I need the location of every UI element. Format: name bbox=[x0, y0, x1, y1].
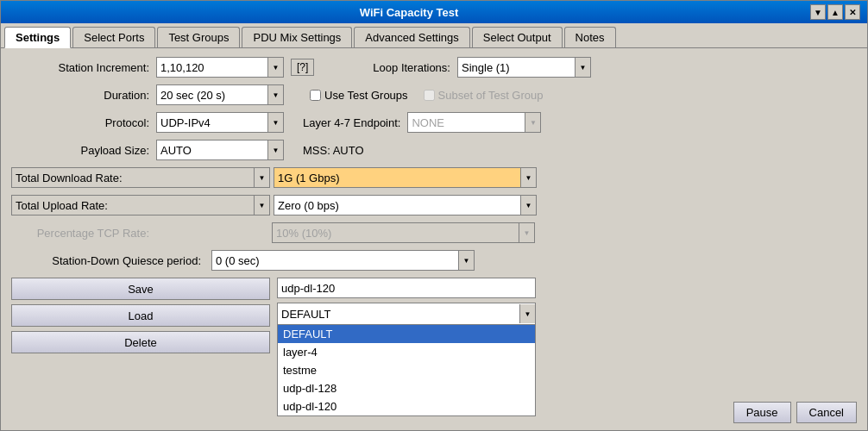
duration-arrow[interactable]: ▼ bbox=[267, 85, 283, 104]
dropdown-option-layer4[interactable]: layer-4 bbox=[278, 343, 535, 361]
dropdown-option-testme[interactable]: testme bbox=[278, 361, 535, 379]
protocol-select[interactable]: UDP-IPv4 ▼ bbox=[156, 112, 284, 133]
download-rate-value-select[interactable]: 1G (1 Gbps) ▼ bbox=[274, 167, 537, 188]
station-down-value: 0 (0 sec) bbox=[212, 254, 458, 267]
save-load-section: Save Load Delete udp-dl-120 DEFAULT ▼ DE… bbox=[11, 278, 857, 416]
layer47-value: NONE bbox=[408, 116, 525, 129]
delete-button[interactable]: Delete bbox=[11, 331, 270, 353]
upload-rate-value-select[interactable]: Zero (0 bps) ▼ bbox=[274, 195, 537, 216]
load-select-value: DEFAULT bbox=[278, 308, 519, 321]
cancel-button[interactable]: Cancel bbox=[796, 402, 857, 423]
upload-rate-select[interactable]: Total Upload Rate: ▼ bbox=[11, 195, 270, 216]
subset-test-group-checkbox[interactable] bbox=[424, 90, 435, 101]
mss-label: MSS: AUTO bbox=[303, 144, 364, 157]
upload-rate-arrow[interactable]: ▼ bbox=[254, 196, 269, 215]
station-increment-row: Station Increment: 1,10,120 ▼ [?] Loop I… bbox=[11, 57, 857, 78]
duration-row: Duration: 20 sec (20 s) ▼ Use Test Group… bbox=[11, 84, 857, 105]
loop-iterations-label: Loop Iterations: bbox=[373, 61, 450, 74]
bottom-bar: Pause Cancel bbox=[733, 402, 857, 423]
upload-rate-label: Total Upload Rate: bbox=[12, 199, 254, 212]
station-increment-label: Station Increment: bbox=[11, 61, 149, 74]
duration-value: 20 sec (20 s) bbox=[157, 89, 267, 102]
pct-tcp-select: 10% (10%) ▼ bbox=[272, 222, 535, 243]
layer47-arrow[interactable]: ▼ bbox=[525, 113, 540, 132]
payload-arrow[interactable]: ▼ bbox=[267, 141, 283, 159]
payload-label: Payload Size: bbox=[11, 144, 149, 157]
station-down-select[interactable]: 0 (0 sec) ▼ bbox=[211, 250, 475, 271]
tab-advanced-settings[interactable]: Advanced Settings bbox=[354, 27, 469, 47]
station-increment-select[interactable]: 1,10,120 ▼ bbox=[156, 57, 284, 78]
tab-bar: Settings Select Ports Test Groups PDU Mi… bbox=[1, 23, 867, 48]
dropdown-options-list: DEFAULT layer-4 testme udp-dl-128 udp-dl… bbox=[277, 325, 536, 416]
upload-rate-value: Zero (0 bps) bbox=[274, 199, 520, 212]
loop-iterations-value: Single (1) bbox=[458, 61, 575, 74]
station-down-arrow[interactable]: ▼ bbox=[458, 251, 474, 270]
download-rate-label: Total Download Rate: bbox=[12, 172, 254, 184]
use-test-groups-label[interactable]: Use Test Groups bbox=[310, 89, 408, 102]
layer47-select[interactable]: NONE ▼ bbox=[407, 112, 541, 133]
download-rate-value: 1G (1 Gbps) bbox=[274, 172, 520, 184]
dropdown-option-udp-dl-128[interactable]: udp-dl-128 bbox=[278, 379, 535, 397]
pause-button[interactable]: Pause bbox=[733, 402, 791, 423]
title-bar-buttons: ▼ ▲ ✕ bbox=[810, 4, 860, 20]
tab-select-output[interactable]: Select Output bbox=[472, 27, 563, 47]
duration-select[interactable]: 20 sec (20 s) ▼ bbox=[156, 84, 284, 105]
layer47-label: Layer 4-7 Endpoint: bbox=[303, 116, 400, 129]
protocol-row: Protocol: UDP-IPv4 ▼ Layer 4-7 Endpoint:… bbox=[11, 112, 857, 133]
pct-tcp-label: Percentage TCP Rate: bbox=[11, 227, 149, 240]
title-bar: WiFi Capacity Test ▼ ▲ ✕ bbox=[1, 1, 867, 23]
tab-notes[interactable]: Notes bbox=[564, 27, 616, 47]
minimize-button[interactable]: ▼ bbox=[810, 4, 826, 20]
station-increment-value: 1,10,120 bbox=[157, 61, 267, 74]
payload-value: AUTO bbox=[157, 144, 267, 157]
loop-iterations-select[interactable]: Single (1) ▼ bbox=[457, 57, 591, 78]
load-select-arrow[interactable]: ▼ bbox=[519, 304, 535, 323]
protocol-value: UDP-IPv4 bbox=[157, 116, 267, 129]
save-button[interactable]: Save bbox=[11, 278, 270, 300]
download-rate-value-arrow[interactable]: ▼ bbox=[520, 168, 536, 187]
pct-tcp-row: Percentage TCP Rate: 10% (10%) ▼ bbox=[11, 222, 857, 243]
payload-row: Payload Size: AUTO ▼ MSS: AUTO bbox=[11, 140, 857, 160]
dropdown-option-udp-dl-120[interactable]: udp-dl-120 bbox=[278, 397, 535, 415]
dropdown-option-default[interactable]: DEFAULT bbox=[278, 325, 535, 343]
download-rate-arrow[interactable]: ▼ bbox=[254, 168, 269, 187]
save-load-buttons: Save Load Delete bbox=[11, 278, 270, 416]
station-down-label: Station-Down Quiesce period: bbox=[11, 254, 201, 267]
station-increment-arrow[interactable]: ▼ bbox=[267, 58, 283, 77]
protocol-label: Protocol: bbox=[11, 116, 149, 129]
pct-tcp-arrow: ▼ bbox=[519, 223, 534, 242]
upload-rate-value-arrow[interactable]: ▼ bbox=[520, 196, 536, 215]
upload-rate-row: Total Upload Rate: ▼ Zero (0 bps) ▼ bbox=[11, 195, 857, 216]
tab-select-ports[interactable]: Select Ports bbox=[72, 27, 155, 47]
help-button[interactable]: [?] bbox=[291, 59, 314, 76]
content-area: Station Increment: 1,10,120 ▼ [?] Loop I… bbox=[1, 48, 867, 430]
download-rate-row: Total Download Rate: ▼ 1G (1 Gbps) ▼ bbox=[11, 167, 857, 188]
duration-label: Duration: bbox=[11, 89, 149, 102]
window-title: WiFi Capacity Test bbox=[8, 6, 810, 19]
tab-pdu-mix-settings[interactable]: PDU Mix Settings bbox=[242, 27, 352, 47]
save-load-inputs: udp-dl-120 DEFAULT ▼ DEFAULT layer-4 tes… bbox=[277, 278, 536, 416]
close-button[interactable]: ✕ bbox=[845, 4, 860, 20]
protocol-arrow[interactable]: ▼ bbox=[267, 113, 283, 132]
restore-button[interactable]: ▲ bbox=[827, 4, 843, 20]
download-rate-select[interactable]: Total Download Rate: ▼ bbox=[11, 167, 270, 188]
save-name-input[interactable]: udp-dl-120 bbox=[277, 278, 536, 298]
tab-settings[interactable]: Settings bbox=[4, 27, 71, 48]
loop-iterations-arrow[interactable]: ▼ bbox=[575, 58, 590, 77]
tab-test-groups[interactable]: Test Groups bbox=[157, 27, 240, 47]
load-button[interactable]: Load bbox=[11, 304, 270, 327]
use-test-groups-checkbox[interactable] bbox=[310, 90, 321, 101]
load-select[interactable]: DEFAULT ▼ bbox=[277, 303, 536, 325]
load-dropdown-container: DEFAULT ▼ DEFAULT layer-4 testme udp-dl-… bbox=[277, 303, 536, 416]
payload-select[interactable]: AUTO ▼ bbox=[156, 140, 284, 160]
pct-tcp-value: 10% (10%) bbox=[273, 227, 519, 240]
main-window: WiFi Capacity Test ▼ ▲ ✕ Settings Select… bbox=[0, 0, 868, 431]
subset-test-group-label[interactable]: Subset of Test Group bbox=[424, 89, 544, 102]
station-down-row: Station-Down Quiesce period: 0 (0 sec) ▼ bbox=[11, 250, 857, 271]
